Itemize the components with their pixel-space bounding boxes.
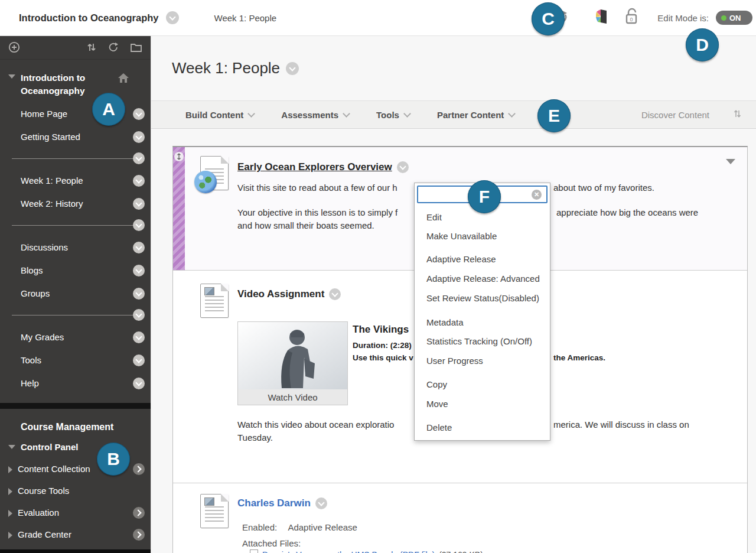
description-fragment: appreciate how big the oceans were	[556, 206, 698, 219]
expand-triangle-icon[interactable]	[8, 466, 12, 473]
menu-item-move[interactable]: Move	[426, 398, 448, 410]
item-options-chevron-icon[interactable]	[133, 331, 145, 343]
item-options-chevron-icon[interactable]	[133, 378, 145, 389]
sidebar-item-blogs[interactable]: Blogs	[0, 259, 151, 282]
theme-palette-icon[interactable]	[595, 8, 609, 27]
menu-item-delete[interactable]: Delete	[426, 422, 452, 434]
drag-stripe[interactable]	[173, 147, 185, 270]
item-options-chevron-icon[interactable]	[133, 242, 145, 253]
sidebar-item-discussions[interactable]: Discussions	[0, 236, 151, 259]
sidebar-item-label: Week 1: People	[21, 175, 83, 186]
home-icon[interactable]	[118, 73, 129, 97]
add-menu-item-icon[interactable]	[8, 41, 20, 53]
sidebar-item-course-tools[interactable]: Course Tools	[0, 480, 151, 502]
course-management-heading: Course Management	[0, 409, 151, 436]
menu-item-adaptive-release[interactable]: Adaptive Release	[426, 253, 496, 265]
item-context-menu: ✕ Edit Make Unavailable Adaptive Release…	[414, 183, 550, 441]
item-title-link[interactable]: Charles Darwin	[237, 497, 327, 509]
sidebar-item-help[interactable]: Help	[0, 372, 151, 395]
folder-view-icon[interactable]	[130, 42, 142, 53]
partner-content-menu[interactable]: Partner Content	[437, 110, 514, 120]
sidebar-item-evaluation[interactable]: Evaluation	[0, 502, 151, 523]
enabled-value: Adaptive Release	[288, 522, 357, 532]
menu-item-adaptive-release-advanced[interactable]: Adaptive Release: Advanced	[426, 273, 540, 285]
menu-item-make-unavailable[interactable]: Make Unavailable	[426, 230, 497, 242]
menu-item-user-progress[interactable]: User Progress	[426, 355, 483, 367]
assessments-menu[interactable]: Assessments	[281, 110, 349, 120]
item-options-chevron-icon[interactable]	[133, 354, 145, 366]
open-in-new-arrow-icon[interactable]	[133, 507, 145, 519]
sidebar-course-header[interactable]: Introduction to Oceanography	[0, 60, 151, 100]
sidebar-bottom-strip	[0, 549, 151, 553]
open-in-new-arrow-icon[interactable]	[133, 463, 145, 475]
menu-item-statistics-tracking[interactable]: Statistics Tracking (On/Off)	[426, 336, 532, 347]
expand-triangle-icon[interactable]	[8, 510, 12, 517]
sidebar-item-my-grades[interactable]: My Grades	[0, 326, 151, 349]
sidebar-item-label: Blogs	[21, 265, 43, 275]
refresh-icon[interactable]	[107, 41, 119, 53]
item-title-link[interactable]: Early Ocean Explorers Overview	[237, 161, 409, 173]
sidebar-item-label: Evaluation	[18, 508, 59, 518]
page-title-chevron-icon[interactable]	[286, 62, 299, 75]
divider-options-chevron-icon[interactable]	[133, 309, 145, 321]
course-title-chevron-icon[interactable]	[166, 11, 179, 24]
discover-content-button[interactable]: Discover Content	[641, 110, 709, 120]
watch-video-button[interactable]: Watch Video	[238, 389, 347, 405]
menu-item-metadata[interactable]: Metadata	[426, 317, 464, 328]
sidebar-item-label: Groups	[21, 288, 50, 298]
collapse-triangle-icon[interactable]	[8, 74, 15, 79]
sidebar-item-label: Discussions	[21, 242, 68, 252]
tools-menu[interactable]: Tools	[376, 110, 410, 120]
item-options-chevron-icon[interactable]	[133, 288, 145, 300]
attached-files-label: Attached Files:	[242, 538, 301, 548]
item-options-chevron-icon[interactable]	[315, 497, 327, 509]
sidebar-item-tools[interactable]: Tools	[0, 349, 151, 372]
menu-item-set-review-status[interactable]: Set Review Status(Disabled)	[426, 292, 539, 304]
edit-mode-on-dot	[721, 15, 726, 21]
collapse-caret-icon[interactable]	[726, 159, 735, 164]
expand-triangle-icon[interactable]	[8, 532, 12, 539]
description-fragment: and how small their boats seemed.	[237, 219, 374, 232]
build-content-menu[interactable]: Build Content	[185, 110, 254, 120]
sidebar-item-week2[interactable]: Week 2: History	[0, 192, 151, 215]
sidebar-item-getting-started[interactable]: Getting Started	[0, 125, 151, 148]
video-thumbnail[interactable]: Watch Video	[237, 321, 348, 405]
item-options-chevron-icon[interactable]	[133, 131, 145, 143]
divider-options-chevron-icon[interactable]	[133, 152, 145, 164]
item-options-chevron-icon[interactable]	[133, 108, 145, 120]
sort-order-icon[interactable]	[733, 109, 742, 121]
item-options-chevron-icon[interactable]	[133, 198, 145, 210]
item-options-chevron-icon[interactable]	[397, 161, 409, 173]
content-item-icon	[200, 284, 229, 318]
sidebar-item-label: Control Panel	[21, 442, 79, 452]
clear-search-icon[interactable]: ✕	[532, 190, 542, 200]
item-title[interactable]: Video Assignment	[237, 288, 341, 300]
menu-label: Build Content	[185, 110, 243, 120]
breadcrumb: Week 1: People	[214, 13, 277, 23]
description-fragment: Watch this video about ocean exploratio	[237, 418, 394, 431]
open-in-new-arrow-icon[interactable]	[133, 529, 145, 541]
chevron-down-icon	[508, 110, 516, 118]
sidebar-item-grade-center[interactable]: Grade Center	[0, 523, 151, 545]
item-options-chevron-icon[interactable]	[133, 175, 145, 187]
edit-mode-toggle[interactable]: ON	[716, 11, 752, 25]
sidebar-item-home-page[interactable]: Home Page	[0, 102, 151, 125]
description-fragment: Your objective in this lesson is to simp…	[237, 206, 397, 219]
expand-triangle-icon[interactable]	[8, 488, 12, 495]
item-options-chevron-icon[interactable]	[329, 288, 341, 300]
unlock-icon[interactable]: 0	[624, 8, 640, 28]
sidebar-item-week1[interactable]: Week 1: People	[0, 169, 151, 192]
expand-triangle-icon[interactable]	[8, 445, 15, 449]
divider-options-chevron-icon[interactable]	[133, 219, 145, 231]
menu-divider	[12, 315, 139, 315]
drag-handle-icon[interactable]	[174, 152, 184, 161]
attachment-link[interactable]: Darwin's Voyage on the HMS Beagle (PDF f…	[262, 550, 435, 553]
menu-item-edit[interactable]: Edit	[426, 212, 442, 223]
sidebar-item-groups[interactable]: Groups	[0, 282, 151, 305]
attachment-row[interactable]: Darwin's Voyage on the HMS Beagle (PDF f…	[250, 549, 483, 553]
sidebar-item-label: Grade Center	[18, 529, 71, 539]
sidebar-item-label: Help	[21, 378, 39, 388]
menu-item-copy[interactable]: Copy	[426, 379, 447, 391]
reorder-icon[interactable]	[86, 41, 97, 53]
item-options-chevron-icon[interactable]	[133, 265, 145, 276]
